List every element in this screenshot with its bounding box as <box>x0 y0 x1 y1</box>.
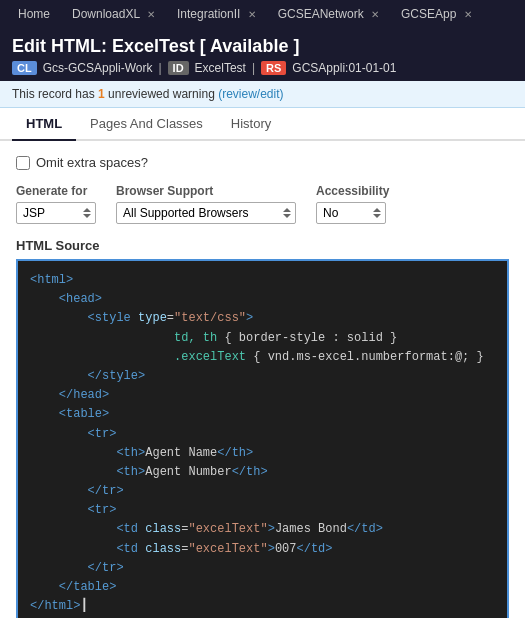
generate-for-group: Generate for JSP JavaScript Both <box>16 184 96 224</box>
close-gcsea-icon[interactable]: ✕ <box>371 9 379 20</box>
id-badge: ID <box>168 61 189 75</box>
nav-tab-home[interactable]: Home <box>8 3 60 25</box>
html-source-editor[interactable]: <html> <head> <style type="text/css"> td… <box>16 259 509 618</box>
main-content: Omit extra spaces? Generate for JSP Java… <box>0 141 525 618</box>
nav-tab-gcsea[interactable]: GCSEANetwork ✕ <box>268 3 389 25</box>
browser-support-select[interactable]: All Supported Browsers IE Only Chrome On… <box>116 202 296 224</box>
page-title: Edit HTML: ExcelTest [ Available ] <box>12 36 513 57</box>
tab-html[interactable]: HTML <box>12 108 76 141</box>
close-gcseapp-icon[interactable]: ✕ <box>464 9 472 20</box>
accessibility-group: Accessibility No Yes <box>316 184 389 224</box>
nav-tab-gcseapp[interactable]: GCSEApp ✕ <box>391 3 482 25</box>
warning-bar: This record has 1 unreviewed warning (re… <box>0 81 525 108</box>
tab-pages-and-classes[interactable]: Pages And Classes <box>76 108 217 141</box>
omit-spaces-checkbox[interactable] <box>16 156 30 170</box>
breadcrumb-sep-1: | <box>158 61 161 75</box>
warning-prefix: This record has <box>12 87 95 101</box>
warning-suffix: unreviewed warning <box>108 87 215 101</box>
cl-text: Gcs-GCSAppli-Work <box>43 61 153 75</box>
accessibility-select[interactable]: No Yes <box>316 202 386 224</box>
tab-history[interactable]: History <box>217 108 285 141</box>
close-integration-icon[interactable]: ✕ <box>248 9 256 20</box>
rs-badge: RS <box>261 61 286 75</box>
close-downloadxl-icon[interactable]: ✕ <box>147 9 155 20</box>
accessibility-label: Accessibility <box>316 184 389 198</box>
breadcrumb-sep-2: | <box>252 61 255 75</box>
source-section-label: HTML Source <box>16 238 509 253</box>
breadcrumb: CL Gcs-GCSAppli-Work | ID ExcelTest | RS… <box>12 61 513 75</box>
rs-text: GCSAppli:01-01-01 <box>292 61 396 75</box>
browser-support-group: Browser Support All Supported Browsers I… <box>116 184 296 224</box>
nav-tab-integration[interactable]: IntegrationII ✕ <box>167 3 266 25</box>
cl-badge: CL <box>12 61 37 75</box>
generate-for-label: Generate for <box>16 184 96 198</box>
nav-tab-downloadxl[interactable]: DownloadXL ✕ <box>62 3 165 25</box>
page-header: Edit HTML: ExcelTest [ Available ] CL Gc… <box>0 28 525 81</box>
tabs-row: HTML Pages And Classes History <box>0 108 525 141</box>
omit-spaces-label: Omit extra spaces? <box>36 155 148 170</box>
id-text: ExcelTest <box>195 61 246 75</box>
generate-for-select[interactable]: JSP JavaScript Both <box>16 202 96 224</box>
omit-spaces-row: Omit extra spaces? <box>16 155 509 170</box>
top-nav-bar: Home DownloadXL ✕ IntegrationII ✕ GCSEAN… <box>0 0 525 28</box>
browser-support-label: Browser Support <box>116 184 296 198</box>
form-row: Generate for JSP JavaScript Both Browser… <box>16 184 509 224</box>
warning-count: 1 <box>98 87 105 101</box>
warning-review-link[interactable]: (review/edit) <box>218 87 283 101</box>
